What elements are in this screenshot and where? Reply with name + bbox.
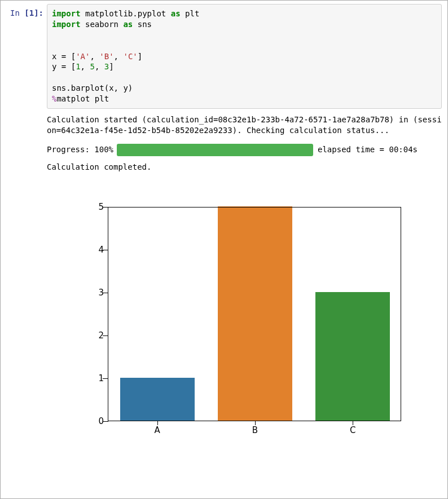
code-token: matplot plt — [56, 94, 109, 103]
code-token: seaborn — [81, 20, 124, 29]
code-cell: In [1]: import matplotlib.pyplot as plt … — [6, 4, 442, 109]
code-token: 1 — [76, 62, 80, 71]
code-token: as — [171, 9, 181, 18]
plot-axes: 012345ABC — [108, 207, 401, 421]
y-tick-label: 3 — [89, 287, 104, 298]
code-token: 5 — [90, 62, 94, 71]
y-tick-label: 1 — [89, 373, 104, 384]
code-token: ] — [109, 62, 113, 71]
x-tick-label: B — [252, 425, 258, 436]
notebook-cell-container: In [1]: import matplotlib.pyplot as plt … — [0, 0, 448, 499]
code-token: , — [95, 62, 104, 71]
code-token: as — [123, 20, 133, 29]
y-tick-label: 4 — [89, 244, 104, 255]
x-tick-label: C — [350, 425, 355, 436]
code-token: x = [ — [52, 52, 76, 61]
prompt-in-text: In — [10, 8, 24, 17]
elapsed-time-label: elapsed time = 00:04s — [313, 144, 418, 155]
prompt-number: [1]: — [24, 8, 43, 17]
bar-A — [120, 378, 195, 421]
code-token: import — [52, 20, 81, 29]
code-token: y = [ — [52, 62, 76, 71]
progress-row: Progress: 100% elapsed time = 00:04s — [47, 144, 442, 156]
code-token: 'C' — [123, 52, 137, 61]
code-token: plt — [181, 9, 200, 18]
bar-B — [218, 206, 292, 421]
bar-chart: 012345ABC — [85, 204, 404, 436]
calc-status-text: Calculation started (calculation_id=08c3… — [47, 114, 442, 136]
code-token: matplotlib.pyplot — [81, 9, 171, 18]
code-token: 'A' — [76, 52, 90, 61]
code-token: , — [81, 62, 90, 71]
code-token: import — [52, 9, 81, 18]
code-token: sns.barplot(x, y) — [52, 83, 133, 92]
y-tick-label: 0 — [89, 416, 104, 427]
code-input-area[interactable]: import matplotlib.pyplot as plt import s… — [47, 4, 442, 109]
output-area: Calculation started (calculation_id=08c3… — [47, 114, 442, 436]
code-token: ] — [138, 52, 142, 61]
calc-completed-text: Calculation completed. — [47, 162, 442, 173]
code-token: 'B' — [99, 52, 113, 61]
x-tick-label: A — [155, 425, 160, 436]
code-token: sns — [133, 20, 152, 29]
bar-C — [315, 292, 390, 421]
code-token: , — [114, 52, 124, 61]
code-token: 3 — [104, 62, 109, 71]
y-tick-label: 5 — [89, 201, 104, 213]
y-tick-label: 2 — [89, 330, 104, 341]
progress-label: Progress: 100% — [47, 144, 117, 155]
code-token: , — [90, 52, 99, 61]
input-prompt: In [1]: — [6, 4, 47, 17]
progress-bar — [117, 144, 313, 156]
